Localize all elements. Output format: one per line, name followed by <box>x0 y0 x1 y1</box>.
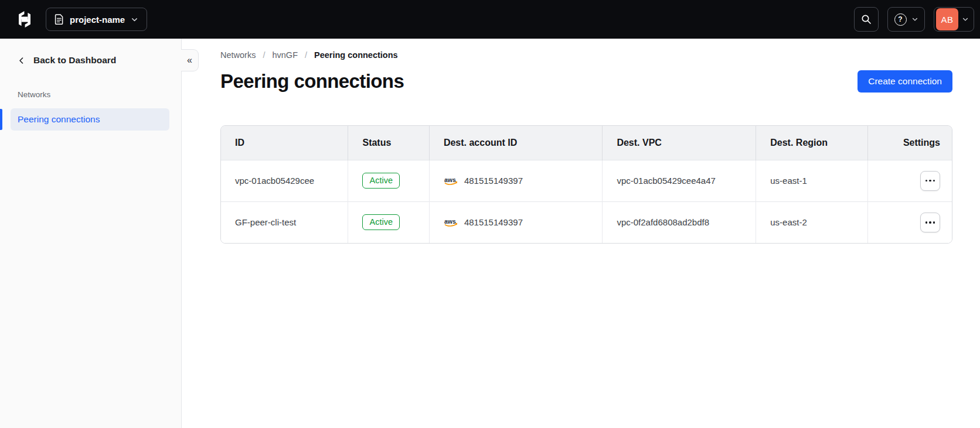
project-switcher-button[interactable]: project-name <box>46 8 147 31</box>
sidebar-section-networks: Networks <box>18 90 164 99</box>
cell-status: Active <box>348 160 429 201</box>
table-header: ID Status Dest. account ID Dest. VPC Des… <box>221 126 952 160</box>
column-header-dest-vpc: Dest. VPC <box>603 126 756 160</box>
back-to-dashboard-label: Back to Dashboard <box>33 55 116 66</box>
status-badge: Active <box>362 173 400 189</box>
cell-dest-region: us-east-1 <box>756 160 868 201</box>
cell-status: Active <box>348 201 429 243</box>
breadcrumb-hvngf[interactable]: hvnGF <box>272 50 298 60</box>
column-header-dest-region: Dest. Region <box>756 126 868 160</box>
active-indicator <box>0 109 2 130</box>
svg-text:aws: aws <box>444 176 456 183</box>
chevron-down-icon <box>131 16 138 23</box>
cell-dest-account-id: aws 481515149397 <box>429 201 603 243</box>
chevron-down-icon <box>911 16 918 23</box>
status-badge: Active <box>362 214 400 230</box>
chevron-down-icon <box>962 16 969 23</box>
avatar: AB <box>936 8 958 30</box>
breadcrumb-networks[interactable]: Networks <box>220 50 256 60</box>
back-to-dashboard-link[interactable]: Back to Dashboard <box>0 52 181 69</box>
hashicorp-logo-icon <box>17 11 32 28</box>
cell-id: vpc-01acb05429cee <box>221 160 348 201</box>
column-header-dest-account-id: Dest. account ID <box>429 126 603 160</box>
breadcrumb-current: Peering connections <box>314 50 398 60</box>
sidebar-item-peering-connections[interactable]: Peering connections <box>11 108 169 131</box>
app-shell: Back to Dashboard Networks Peering conne… <box>0 39 980 428</box>
table-row: GF-peer-cli-test Active aws 481515149397… <box>221 201 952 243</box>
ellipsis-icon <box>925 180 928 182</box>
column-header-settings: Settings <box>868 126 952 160</box>
account-id-value: 481515149397 <box>464 176 523 186</box>
title-row: Peering connections Create connection <box>220 70 952 93</box>
breadcrumb: Networks / hvnGF / Peering connections <box>220 50 952 60</box>
svg-text:aws: aws <box>444 218 456 225</box>
cell-dest-vpc: vpc-0f2afd6808ad2bdf8 <box>603 201 756 243</box>
account-menu-button[interactable]: AB <box>934 7 974 32</box>
aws-logo-icon: aws <box>444 218 458 227</box>
cell-settings <box>868 201 952 243</box>
table-row: vpc-01acb05429cee Active aws 48151514939… <box>221 160 952 201</box>
sidebar-collapse-button[interactable]: « <box>181 49 199 71</box>
cell-settings <box>868 160 952 201</box>
topbar: project-name ? AB <box>0 0 980 39</box>
create-connection-button[interactable]: Create connection <box>858 70 952 93</box>
help-menu-button[interactable]: ? <box>887 7 925 32</box>
breadcrumb-separator: / <box>263 50 265 60</box>
document-icon <box>55 14 64 25</box>
chevron-left-icon <box>18 57 25 64</box>
cell-id: GF-peer-cli-test <box>221 201 348 243</box>
cell-dest-vpc: vpc-01acb05429cee4a47 <box>603 160 756 201</box>
cell-dest-region: us-east-2 <box>756 201 868 243</box>
account-id-value: 481515149397 <box>464 217 523 227</box>
search-button[interactable] <box>854 7 879 32</box>
column-header-status: Status <box>348 126 429 160</box>
cell-dest-account-id: aws 481515149397 <box>429 160 603 201</box>
hashicorp-logo[interactable] <box>15 11 34 28</box>
aws-logo-icon: aws <box>444 176 458 186</box>
row-settings-menu-button[interactable] <box>920 213 940 232</box>
search-icon <box>861 14 872 25</box>
table-body: vpc-01acb05429cee Active aws 48151514939… <box>221 160 952 243</box>
sidebar: Back to Dashboard Networks Peering conne… <box>0 39 182 428</box>
sidebar-item-label: Peering connections <box>18 114 100 125</box>
page-title: Peering connections <box>220 70 404 93</box>
ellipsis-icon <box>925 221 928 224</box>
project-switcher-label: project-name <box>70 15 125 25</box>
main-content: Networks / hvnGF / Peering connections P… <box>182 39 980 428</box>
double-chevron-left-icon: « <box>187 55 192 66</box>
peering-connections-table: ID Status Dest. account ID Dest. VPC Des… <box>220 125 952 244</box>
question-circle-icon: ? <box>894 13 907 26</box>
breadcrumb-separator: / <box>305 50 307 60</box>
row-settings-menu-button[interactable] <box>920 171 940 191</box>
column-header-id: ID <box>221 126 348 160</box>
